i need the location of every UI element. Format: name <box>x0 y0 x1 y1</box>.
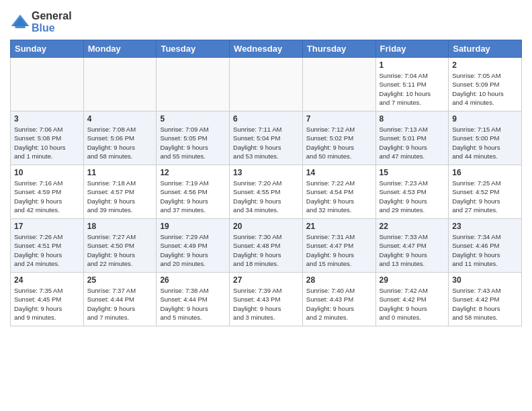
day-info: Sunrise: 7:35 AM Sunset: 4:45 PM Dayligh… <box>14 286 80 322</box>
day-number: 4 <box>87 114 153 124</box>
day-cell: 25Sunrise: 7:37 AM Sunset: 4:44 PM Dayli… <box>83 273 157 326</box>
day-cell <box>157 58 230 111</box>
day-number: 19 <box>160 222 226 231</box>
header: General Blue <box>10 7 522 34</box>
day-cell: 27Sunrise: 7:39 AM Sunset: 4:43 PM Dayli… <box>230 273 303 326</box>
day-cell: 9Sunrise: 7:15 AM Sunset: 5:00 PM Daylig… <box>449 111 522 165</box>
day-cell: 23Sunrise: 7:34 AM Sunset: 4:46 PM Dayli… <box>449 219 522 273</box>
day-header-friday: Friday <box>375 40 449 58</box>
day-cell: 17Sunrise: 7:26 AM Sunset: 4:51 PM Dayli… <box>11 219 84 273</box>
day-info: Sunrise: 7:37 AM Sunset: 4:44 PM Dayligh… <box>87 286 153 322</box>
day-cell: 26Sunrise: 7:38 AM Sunset: 4:44 PM Dayli… <box>157 273 230 326</box>
day-cell: 24Sunrise: 7:35 AM Sunset: 4:45 PM Dayli… <box>11 273 84 326</box>
logo: General Blue <box>10 10 72 34</box>
day-cell: 12Sunrise: 7:19 AM Sunset: 4:56 PM Dayli… <box>157 165 230 219</box>
day-cell: 10Sunrise: 7:16 AM Sunset: 4:59 PM Dayli… <box>11 165 84 219</box>
logo-text: General Blue <box>32 10 72 34</box>
day-info: Sunrise: 7:11 AM Sunset: 5:04 PM Dayligh… <box>233 125 299 161</box>
svg-rect-2 <box>15 26 26 28</box>
day-number: 8 <box>380 114 445 124</box>
day-cell: 15Sunrise: 7:23 AM Sunset: 4:53 PM Dayli… <box>375 165 449 219</box>
day-cell: 21Sunrise: 7:31 AM Sunset: 4:47 PM Dayli… <box>302 219 375 273</box>
day-info: Sunrise: 7:22 AM Sunset: 4:54 PM Dayligh… <box>306 179 372 214</box>
day-cell <box>302 58 375 111</box>
week-row-5: 24Sunrise: 7:35 AM Sunset: 4:45 PM Dayli… <box>11 273 522 326</box>
day-info: Sunrise: 7:30 AM Sunset: 4:48 PM Dayligh… <box>233 232 299 268</box>
header-row: SundayMondayTuesdayWednesdayThursdayFrid… <box>11 40 522 58</box>
day-info: Sunrise: 7:27 AM Sunset: 4:50 PM Dayligh… <box>87 232 153 268</box>
day-number: 30 <box>452 275 518 285</box>
day-cell: 11Sunrise: 7:18 AM Sunset: 4:57 PM Dayli… <box>83 165 157 219</box>
day-cell: 22Sunrise: 7:33 AM Sunset: 4:47 PM Dayli… <box>375 219 449 273</box>
day-info: Sunrise: 7:12 AM Sunset: 5:02 PM Dayligh… <box>306 125 372 161</box>
day-number: 28 <box>306 275 372 285</box>
week-row-3: 10Sunrise: 7:16 AM Sunset: 4:59 PM Dayli… <box>11 165 522 219</box>
day-info: Sunrise: 7:39 AM Sunset: 4:43 PM Dayligh… <box>233 286 299 322</box>
day-number: 26 <box>160 275 226 285</box>
day-cell: 29Sunrise: 7:42 AM Sunset: 4:42 PM Dayli… <box>375 273 449 326</box>
logo-icon <box>10 12 30 32</box>
day-number: 17 <box>14 222 80 231</box>
day-info: Sunrise: 7:31 AM Sunset: 4:47 PM Dayligh… <box>306 232 372 268</box>
day-cell: 14Sunrise: 7:22 AM Sunset: 4:54 PM Dayli… <box>302 165 375 219</box>
day-header-saturday: Saturday <box>449 40 522 58</box>
day-cell: 1Sunrise: 7:04 AM Sunset: 5:11 PM Daylig… <box>375 58 449 111</box>
day-info: Sunrise: 7:06 AM Sunset: 5:08 PM Dayligh… <box>14 125 80 161</box>
day-number: 21 <box>306 222 372 231</box>
day-info: Sunrise: 7:20 AM Sunset: 4:55 PM Dayligh… <box>233 179 299 214</box>
calendar-table: SundayMondayTuesdayWednesdayThursdayFrid… <box>10 40 522 326</box>
week-row-2: 3Sunrise: 7:06 AM Sunset: 5:08 PM Daylig… <box>11 111 522 165</box>
day-number: 22 <box>380 222 445 231</box>
day-number: 23 <box>452 222 518 231</box>
day-info: Sunrise: 7:33 AM Sunset: 4:47 PM Dayligh… <box>380 232 445 268</box>
day-cell: 16Sunrise: 7:25 AM Sunset: 4:52 PM Dayli… <box>449 165 522 219</box>
day-cell: 13Sunrise: 7:20 AM Sunset: 4:55 PM Dayli… <box>230 165 303 219</box>
day-cell: 20Sunrise: 7:30 AM Sunset: 4:48 PM Dayli… <box>230 219 303 273</box>
day-number: 13 <box>233 168 299 177</box>
day-cell: 30Sunrise: 7:43 AM Sunset: 4:42 PM Dayli… <box>449 273 522 326</box>
day-cell <box>11 58 84 111</box>
day-info: Sunrise: 7:23 AM Sunset: 4:53 PM Dayligh… <box>380 179 445 214</box>
day-header-monday: Monday <box>83 40 157 58</box>
day-header-sunday: Sunday <box>11 40 84 58</box>
day-info: Sunrise: 7:38 AM Sunset: 4:44 PM Dayligh… <box>160 286 226 322</box>
day-number: 5 <box>160 114 226 124</box>
day-info: Sunrise: 7:26 AM Sunset: 4:51 PM Dayligh… <box>14 232 80 268</box>
day-cell: 8Sunrise: 7:13 AM Sunset: 5:01 PM Daylig… <box>375 111 449 165</box>
day-number: 20 <box>233 222 299 231</box>
day-info: Sunrise: 7:25 AM Sunset: 4:52 PM Dayligh… <box>452 179 518 214</box>
day-header-tuesday: Tuesday <box>157 40 230 58</box>
day-header-wednesday: Wednesday <box>230 40 303 58</box>
day-info: Sunrise: 7:16 AM Sunset: 4:59 PM Dayligh… <box>14 179 80 214</box>
day-number: 2 <box>452 60 518 70</box>
day-number: 27 <box>233 275 299 285</box>
page-container: General Blue SundayMondayTuesdayWednesda… <box>0 0 532 333</box>
day-info: Sunrise: 7:09 AM Sunset: 5:05 PM Dayligh… <box>160 125 226 161</box>
day-info: Sunrise: 7:40 AM Sunset: 4:43 PM Dayligh… <box>306 286 372 322</box>
day-cell: 7Sunrise: 7:12 AM Sunset: 5:02 PM Daylig… <box>302 111 375 165</box>
day-info: Sunrise: 7:34 AM Sunset: 4:46 PM Dayligh… <box>452 232 518 268</box>
day-info: Sunrise: 7:13 AM Sunset: 5:01 PM Dayligh… <box>380 125 445 161</box>
day-number: 6 <box>233 114 299 124</box>
day-info: Sunrise: 7:04 AM Sunset: 5:11 PM Dayligh… <box>380 71 445 107</box>
day-number: 7 <box>306 114 372 124</box>
day-cell: 19Sunrise: 7:29 AM Sunset: 4:49 PM Dayli… <box>157 219 230 273</box>
day-cell: 6Sunrise: 7:11 AM Sunset: 5:04 PM Daylig… <box>230 111 303 165</box>
day-number: 25 <box>87 275 153 285</box>
day-number: 15 <box>380 168 445 177</box>
week-row-1: 1Sunrise: 7:04 AM Sunset: 5:11 PM Daylig… <box>11 58 522 111</box>
day-cell: 4Sunrise: 7:08 AM Sunset: 5:06 PM Daylig… <box>83 111 157 165</box>
day-number: 24 <box>14 275 80 285</box>
day-number: 18 <box>87 222 153 231</box>
day-cell <box>83 58 157 111</box>
day-header-thursday: Thursday <box>302 40 375 58</box>
day-info: Sunrise: 7:43 AM Sunset: 4:42 PM Dayligh… <box>452 286 518 322</box>
day-number: 11 <box>87 168 153 177</box>
day-number: 9 <box>452 114 518 124</box>
day-number: 16 <box>452 168 518 177</box>
day-cell: 3Sunrise: 7:06 AM Sunset: 5:08 PM Daylig… <box>11 111 84 165</box>
day-cell: 5Sunrise: 7:09 AM Sunset: 5:05 PM Daylig… <box>157 111 230 165</box>
day-info: Sunrise: 7:29 AM Sunset: 4:49 PM Dayligh… <box>160 232 226 268</box>
day-info: Sunrise: 7:05 AM Sunset: 5:09 PM Dayligh… <box>452 71 518 107</box>
day-info: Sunrise: 7:19 AM Sunset: 4:56 PM Dayligh… <box>160 179 226 214</box>
